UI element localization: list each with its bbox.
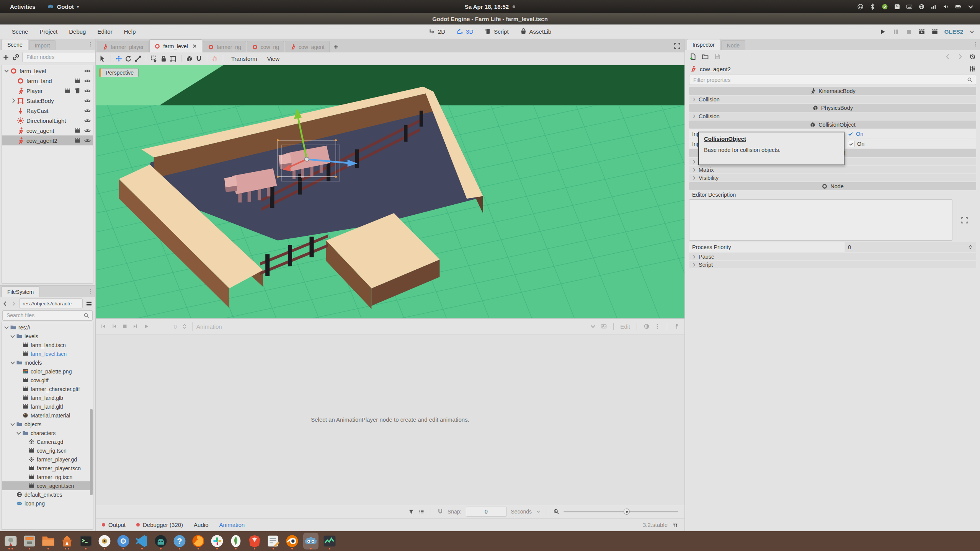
taskbar-app-blender[interactable] (284, 533, 300, 549)
emoji-icon[interactable] (857, 3, 864, 10)
taskbar-app-help[interactable]: ? (172, 533, 187, 549)
visibility-eye-icon[interactable] (84, 117, 91, 124)
workspace-3d[interactable]: 3D (457, 28, 473, 35)
filesystem-item-farm_land.glb[interactable]: farm_land.glb (2, 393, 93, 402)
taskbar-app-slack[interactable] (209, 533, 225, 549)
property-filter[interactable] (689, 75, 976, 85)
visibility-eye-icon[interactable] (84, 137, 91, 144)
taskbar-app-gitkraken[interactable] (153, 533, 168, 549)
visibility-eye-icon[interactable] (84, 78, 91, 84)
scene-tree-item-RayCast[interactable]: RayCast (2, 106, 93, 116)
snap-value-field[interactable]: 0 (466, 507, 507, 517)
expander-icon[interactable] (10, 421, 16, 427)
tab-inspector[interactable]: Inspector (687, 39, 720, 50)
menu-editor[interactable]: Editor (91, 28, 118, 35)
chevron-down-icon[interactable] (590, 323, 596, 329)
taskbar-app-archive-manager[interactable] (22, 533, 37, 549)
scene-tab-farm_level[interactable]: farm_level (149, 39, 202, 52)
system-tray[interactable] (857, 3, 974, 10)
history-back-button[interactable] (2, 301, 8, 306)
animation-name-dropdown[interactable]: Animation (192, 322, 585, 331)
chevron-down-icon[interactable] (967, 3, 974, 10)
filesystem-item-farmer_player.tscn[interactable]: farmer_player.tscn (2, 464, 93, 473)
move-tool-icon[interactable] (115, 55, 122, 62)
workspace-assetlib[interactable]: AssetLib (520, 28, 552, 35)
workspace-script[interactable]: Script (485, 28, 508, 35)
filesystem-item-cow.gltf[interactable]: cow.gltf (2, 376, 93, 385)
scale-tool-icon[interactable] (134, 55, 142, 62)
visibility-eye-icon[interactable] (84, 127, 91, 134)
property-value[interactable]: On (845, 139, 976, 148)
play-custom-scene-button[interactable] (931, 28, 938, 35)
history-forward-button[interactable] (11, 301, 16, 306)
filesystem-item-cow_agent.tscn[interactable]: cow_agent.tscn (2, 481, 93, 490)
network-icon[interactable] (931, 3, 937, 10)
menu-project[interactable]: Project (34, 28, 64, 35)
clock[interactable]: Sa Apr 18, 18:52 (465, 3, 515, 10)
visibility-eye-icon[interactable] (84, 108, 91, 114)
inspector-section-Collision[interactable]: Collision (689, 112, 976, 120)
filesystem-search-input[interactable] (6, 312, 81, 319)
pause-button[interactable] (892, 28, 899, 35)
expander-icon[interactable] (10, 333, 16, 339)
bottom-panel-audio[interactable]: Audio (194, 522, 208, 528)
expander-icon[interactable] (3, 68, 10, 74)
history-icon[interactable] (969, 53, 976, 60)
script-icon[interactable] (74, 88, 81, 94)
taskbar-app-system-monitor[interactable] (322, 533, 337, 549)
timeline-zoom-slider[interactable] (564, 511, 678, 512)
property-filter-input[interactable] (693, 77, 965, 83)
vpn-ok-icon[interactable] (882, 3, 888, 10)
filesystem-item-farmer_character.gltf[interactable]: farmer_character.gltf (2, 385, 93, 393)
perspective-button[interactable]: Perspective (100, 68, 138, 77)
filesystem-search[interactable] (2, 310, 93, 321)
tab-filesystem[interactable]: FileSystem (2, 286, 39, 297)
snap-unit-dropdown[interactable]: Seconds (511, 509, 532, 515)
anim-time-field[interactable]: 0 (154, 323, 177, 330)
expander-icon[interactable] (16, 430, 22, 436)
add-node-button[interactable] (2, 54, 10, 61)
tab-node[interactable]: Node (721, 40, 745, 50)
scene-filter-input[interactable] (26, 54, 95, 60)
scene-tree-item-DirectionalLight[interactable]: DirectionalLight (2, 116, 93, 126)
menu-scene[interactable]: Scene (6, 28, 34, 35)
filesystem-item-Material.material[interactable]: Material.material (2, 411, 93, 420)
open-scene-icon[interactable] (74, 127, 81, 134)
bottom-panel-animation[interactable]: Animation (219, 522, 245, 528)
open-scene-icon[interactable] (74, 137, 81, 144)
bluetooth-icon[interactable] (869, 3, 876, 10)
onion-skinning-icon[interactable] (644, 323, 650, 329)
view-menu[interactable]: View (263, 55, 283, 62)
step-forward-icon[interactable] (132, 323, 139, 329)
step-back-icon[interactable] (111, 323, 117, 329)
close-tab-icon[interactable] (192, 44, 197, 49)
property-value[interactable]: 0 (845, 242, 976, 252)
local-coords-icon[interactable] (186, 55, 193, 62)
panel-menu-icon[interactable] (88, 41, 93, 47)
expand-icon[interactable] (961, 217, 968, 224)
spinner-icon[interactable] (968, 245, 973, 250)
filesystem-item-objects[interactable]: objects (2, 420, 93, 429)
inspector-section-Script[interactable]: Script (689, 261, 976, 268)
menu-debug[interactable]: Debug (63, 28, 91, 35)
keyboard-icon[interactable] (906, 3, 913, 10)
scene-tree-item-farm_land[interactable]: farm_land (2, 76, 93, 86)
load-resource-icon[interactable] (702, 53, 709, 60)
tab-import[interactable]: Import (29, 40, 56, 50)
app-menu[interactable]: Godot ▾ (47, 3, 79, 10)
expand-bottom-panel-icon[interactable] (672, 522, 678, 528)
window-title-bar[interactable]: Godot Engine - Farm Life - farm_level.ts… (0, 13, 980, 24)
snap-toggle-icon[interactable] (195, 55, 203, 62)
filter-tracks-icon[interactable] (408, 509, 414, 515)
anim-edit-menu[interactable]: Edit (620, 323, 630, 330)
current-path[interactable]: res://objects/characte (19, 298, 83, 308)
bottom-panel-output[interactable]: Output (102, 522, 126, 528)
play-scene-button[interactable] (918, 28, 925, 35)
history-back-icon[interactable] (944, 53, 951, 60)
save-resource-icon[interactable] (714, 53, 721, 60)
renderer-select[interactable]: GLES2 (944, 28, 963, 35)
taskbar-app-terminal[interactable] (78, 533, 93, 549)
editor-description-textarea[interactable] (689, 199, 952, 241)
open-scene-icon[interactable] (64, 88, 71, 94)
filesystem-display-mode-icon[interactable] (85, 300, 93, 307)
